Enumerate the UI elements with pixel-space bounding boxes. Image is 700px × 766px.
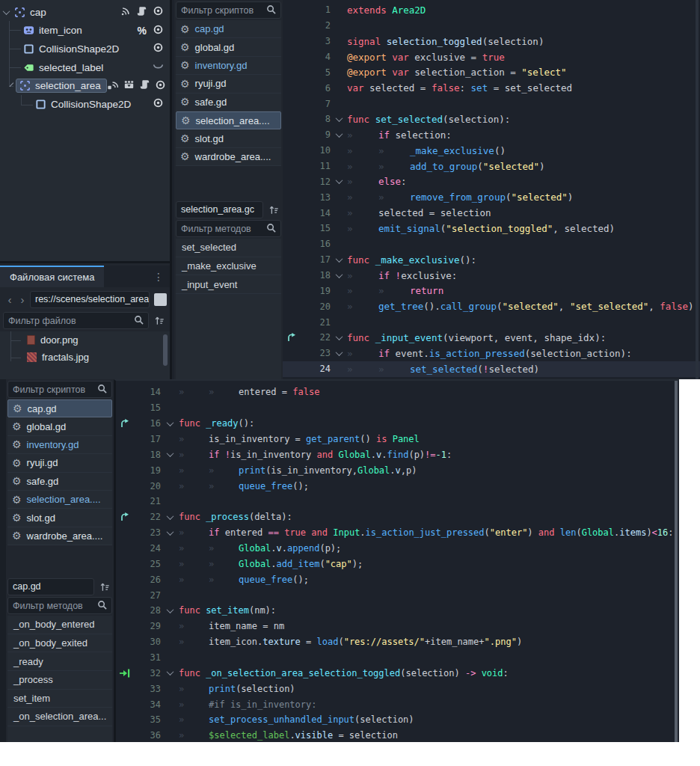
line-number[interactable]: 31 xyxy=(134,652,161,663)
line-number[interactable]: 4 xyxy=(301,52,331,62)
line-number[interactable]: 14 xyxy=(301,208,331,218)
line-number[interactable]: 23 xyxy=(301,348,331,358)
tab-filesystem[interactable]: Файловая система xyxy=(0,266,104,287)
fold-chevron-icon[interactable] xyxy=(161,515,179,520)
line-number[interactable]: 15 xyxy=(134,402,161,413)
code-line[interactable]: 19»»return xyxy=(283,283,700,298)
script-list-item[interactable]: ⚙safe.gd xyxy=(7,473,112,491)
code-line[interactable]: 12»else: xyxy=(283,174,700,189)
back-button[interactable]: ‹ xyxy=(4,295,15,305)
tree-node-selected-label[interactable]: selected_label xyxy=(0,58,170,77)
line-number[interactable]: 8 xyxy=(301,114,331,124)
line-number[interactable]: 2 xyxy=(301,20,331,31)
code-line[interactable]: 14»»entered = false xyxy=(116,384,679,400)
code-line[interactable]: 6var selected = false: set = set_selecte… xyxy=(283,80,700,96)
line-number[interactable]: 34 xyxy=(134,699,161,710)
code-editor-selection-area[interactable]: 1extends Area2D23signal selection_toggle… xyxy=(283,0,700,379)
scrollbar[interactable] xyxy=(696,0,699,379)
script-filter-input[interactable]: Фильтр скриптов xyxy=(7,381,112,398)
forward-button[interactable]: › xyxy=(17,295,28,305)
method-list-item[interactable]: _input_event xyxy=(176,275,281,294)
code-line[interactable]: 15 xyxy=(116,400,679,416)
line-number[interactable]: 9 xyxy=(301,129,331,140)
code-line[interactable]: 25»»Global.add_item("cap"); xyxy=(116,556,679,572)
line-number[interactable]: 3 xyxy=(301,36,331,46)
line-number[interactable]: 35 xyxy=(134,714,161,725)
line-number[interactable]: 11 xyxy=(301,161,331,171)
line-number[interactable]: 18 xyxy=(134,450,161,460)
signal-connected-icon[interactable] xyxy=(107,79,118,92)
code-line[interactable]: 22func _process(delta): xyxy=(116,509,679,525)
unique-name-icon[interactable]: % xyxy=(138,25,147,37)
code-line[interactable]: 23»if entered == true and Input.is_actio… xyxy=(116,525,679,541)
path-field[interactable]: res://scenes/selection_area. xyxy=(30,291,150,308)
groups-icon[interactable] xyxy=(123,79,135,92)
method-list-item[interactable]: _on_body_entered xyxy=(7,616,112,634)
line-number[interactable]: 5 xyxy=(301,67,331,78)
chevron-down-icon[interactable] xyxy=(3,7,10,15)
script-list-item[interactable]: ⚙ryuji.gd xyxy=(176,75,281,93)
script-list-item[interactable]: ⚙slot.gd xyxy=(176,129,281,147)
code-line[interactable]: 9»if selection: xyxy=(283,127,700,143)
override-arrow-icon[interactable] xyxy=(116,419,134,428)
fold-chevron-icon[interactable] xyxy=(331,273,347,278)
file-filter-input[interactable]: Фильтр файлов xyxy=(3,312,149,329)
code-line[interactable]: 36»$selected_label.visible = selection xyxy=(116,728,679,742)
code-line[interactable]: 21 xyxy=(283,314,700,330)
line-number[interactable]: 29 xyxy=(134,621,161,631)
tree-node-item-icon[interactable]: item_icon % xyxy=(0,22,170,40)
method-list-item[interactable]: _on_body_exited xyxy=(7,634,112,653)
line-number[interactable]: 15 xyxy=(301,223,331,233)
script-list-item[interactable]: ⚙inventory.gd xyxy=(7,436,112,454)
script-name-field[interactable]: selection_area.gc xyxy=(176,201,263,218)
code-line[interactable]: 22func _input_event(viewport, event, sha… xyxy=(283,330,700,346)
line-number[interactable]: 16 xyxy=(134,418,161,429)
eye-icon[interactable] xyxy=(153,42,164,55)
fold-chevron-icon[interactable] xyxy=(331,351,347,356)
fold-chevron-icon[interactable] xyxy=(331,257,347,263)
code-line[interactable]: 16 xyxy=(283,236,700,252)
line-number[interactable]: 17 xyxy=(134,434,161,444)
line-number[interactable]: 19 xyxy=(134,465,161,476)
script-filter-input[interactable]: Фильтр скриптов xyxy=(176,1,281,19)
code-line[interactable]: 10»»_make_exclusive() xyxy=(283,143,700,159)
script-list-item[interactable]: ⚙wardrobe_area.... xyxy=(176,148,281,166)
script-list-item[interactable]: ⚙global.gd xyxy=(176,38,281,56)
fold-chevron-icon[interactable] xyxy=(161,530,179,536)
code-line[interactable]: 26»»queue_free(); xyxy=(116,572,679,587)
code-line[interactable]: 8func set_selected(selection): xyxy=(283,111,700,127)
code-line[interactable]: 2 xyxy=(283,18,700,34)
file-item[interactable]: fractals.jpg xyxy=(0,349,170,366)
eye-icon[interactable] xyxy=(153,97,164,111)
fold-chevron-icon[interactable] xyxy=(331,335,347,340)
line-number[interactable]: 30 xyxy=(134,637,161,647)
line-number[interactable]: 25 xyxy=(134,559,161,569)
tree-node-cap[interactable]: cap xyxy=(0,3,170,22)
code-line[interactable]: 1extends Area2D xyxy=(283,2,700,18)
code-line[interactable]: 35»set_process_unhandled_input(selection… xyxy=(116,712,679,728)
tree-node-collisionshape-child[interactable]: CollisionShape2D xyxy=(0,95,170,114)
tree-node-selection-area[interactable]: selection_area xyxy=(0,76,170,95)
chevron-down-icon[interactable] xyxy=(10,82,14,87)
line-number[interactable]: 24 xyxy=(134,543,161,554)
sort-methods-button[interactable] xyxy=(97,580,112,595)
code-line[interactable]: 24»»Global.v.append(p); xyxy=(116,541,679,557)
selected-tree-node[interactable]: selection_area xyxy=(16,79,107,93)
fold-chevron-icon[interactable] xyxy=(161,452,179,457)
code-line[interactable]: 13»»remove_from_group("selected") xyxy=(283,189,700,205)
script-list-item[interactable]: ⚙global.gd xyxy=(7,417,112,435)
script-list-item[interactable]: ⚙selection_area.... xyxy=(7,491,112,509)
line-number[interactable]: 21 xyxy=(301,317,331,328)
code-line[interactable]: 28func set_item(nm): xyxy=(116,603,679,619)
code-line[interactable]: 33»print(selection) xyxy=(116,681,679,696)
script-list-item[interactable]: ⚙safe.gd xyxy=(176,94,281,111)
scrollbar[interactable] xyxy=(675,381,678,742)
code-line[interactable]: 24»»set_selected(!selected) xyxy=(283,361,700,377)
override-arrow-icon[interactable] xyxy=(283,333,301,342)
method-list-item[interactable]: _ready xyxy=(7,652,112,671)
method-list-item[interactable]: set_selected xyxy=(176,239,281,257)
file-item[interactable]: door.png xyxy=(0,331,170,349)
script-list-item[interactable]: ⚙cap.gd xyxy=(176,20,281,38)
line-number[interactable]: 26 xyxy=(134,574,161,585)
code-line[interactable]: 27 xyxy=(116,587,679,603)
